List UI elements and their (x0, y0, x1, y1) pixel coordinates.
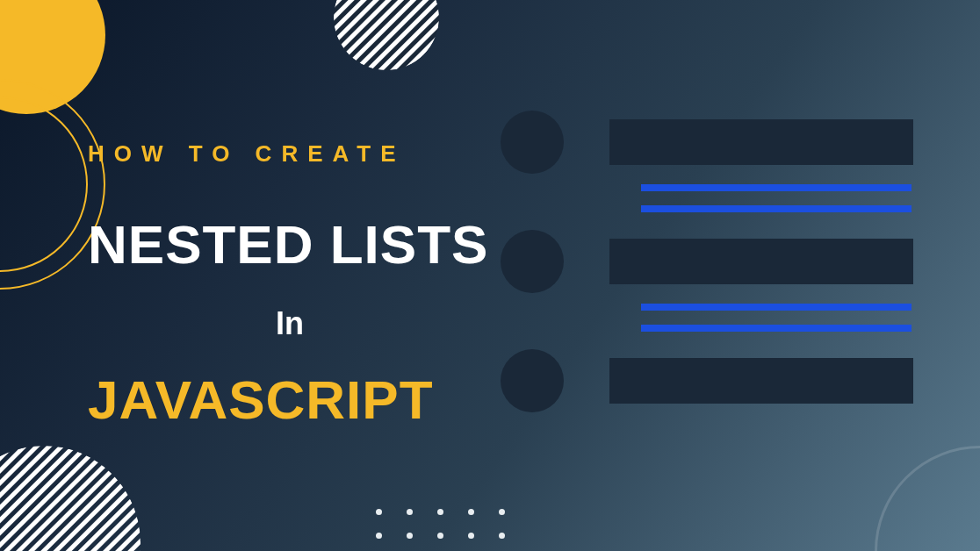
dot-icon (376, 509, 382, 515)
list-bar (609, 358, 913, 404)
decorative-striped-quarter (0, 446, 141, 551)
title-text: NESTED LISTS (88, 213, 492, 276)
dot-icon (499, 509, 505, 515)
dot-icon (437, 509, 443, 515)
list-bullet-icon (501, 230, 564, 293)
sublist-line (641, 184, 912, 191)
decorative-striped-circle (334, 0, 439, 70)
dot-icon (468, 509, 474, 515)
dot-icon (468, 533, 474, 539)
nested-list-diagram (501, 111, 913, 423)
dot-icon (407, 533, 413, 539)
decorative-dot-grid (376, 509, 505, 539)
list-item (501, 111, 913, 174)
list-bar (609, 239, 913, 284)
dot-icon (376, 533, 382, 539)
list-item (501, 349, 913, 412)
svg-point-5 (0, 446, 141, 551)
connector-text: In (88, 305, 492, 342)
headline-block: HOW TO CREATE NESTED LISTS In JAVASCRIPT (88, 140, 492, 431)
sublist-line (641, 304, 912, 311)
sublist-line (641, 205, 912, 212)
list-bullet-icon (501, 349, 564, 412)
decorative-arc-bottom-right (875, 446, 980, 551)
kicker-text: HOW TO CREATE (88, 140, 492, 168)
list-item (501, 230, 913, 293)
list-bar (609, 119, 913, 165)
nested-sublist (641, 304, 913, 332)
nested-sublist (641, 184, 913, 212)
dot-icon (437, 533, 443, 539)
svg-point-2 (334, 0, 439, 70)
list-bullet-icon (501, 111, 564, 174)
dot-icon (407, 509, 413, 515)
sublist-line (641, 325, 912, 332)
tech-text: JAVASCRIPT (88, 369, 492, 431)
dot-icon (499, 533, 505, 539)
